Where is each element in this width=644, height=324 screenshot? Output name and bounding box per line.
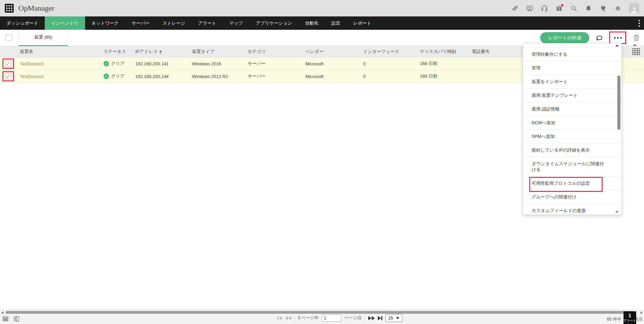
cell-vendor: Microsoft: [302, 74, 360, 79]
column-header-device-type[interactable]: 装置タイプ: [189, 49, 244, 55]
total-count-label: 65 件中: [607, 316, 621, 322]
column-header-ip[interactable]: IPアドレス: [132, 49, 189, 55]
plug-icon[interactable]: [600, 5, 607, 12]
prev-page-button[interactable]: [285, 316, 291, 320]
highlight-box: [2, 71, 14, 81]
menu-item-add-to-spm[interactable]: SPMへ追加: [523, 130, 621, 143]
nav-item-storage[interactable]: ストレージ: [156, 16, 192, 30]
nav-item-dashboard[interactable]: ダッシュボード: [0, 16, 45, 30]
column-header-category[interactable]: カテゴリ: [244, 49, 302, 55]
cell-interfaces: 0: [360, 74, 416, 79]
select-all-checkbox[interactable]: [5, 35, 12, 41]
column-header-device-name[interactable]: 装置名: [16, 49, 100, 55]
scroll-up-caret-icon[interactable]: [633, 44, 636, 46]
search-icon[interactable]: [570, 5, 577, 12]
column-header-ip-label: IPアドレス: [135, 49, 158, 54]
gear-icon[interactable]: [614, 5, 621, 12]
trash-icon[interactable]: [630, 33, 642, 43]
column-header-status[interactable]: ステータス: [100, 49, 132, 55]
device-link[interactable]: TestDevice2: [20, 74, 44, 79]
more-actions-button[interactable]: [609, 31, 626, 44]
tab-devices[interactable]: 装置 (65): [18, 30, 68, 46]
cell-category: サーバー: [244, 73, 302, 79]
menu-item-availability-protocol[interactable]: 可用性監視プロトコルの設定: [523, 177, 621, 190]
page-number-input[interactable]: [322, 314, 341, 322]
presentation-icon[interactable]: [526, 5, 533, 12]
highlight-box: [2, 59, 14, 69]
cell-ip: 192.168.200.141: [132, 61, 189, 66]
nav-item-server[interactable]: サーバー: [125, 16, 156, 30]
nav-item-inventory[interactable]: インベントリ: [45, 16, 85, 30]
export-table-icon[interactable]: [3, 316, 9, 322]
page-size-value: 25: [388, 316, 393, 321]
nav-item-automation[interactable]: 自動化: [299, 16, 325, 30]
nav-item-alert[interactable]: アラート: [192, 16, 223, 30]
alert-badge[interactable]: 1 アラート: [624, 311, 636, 324]
cell-device-type: Windows 2016: [189, 61, 244, 66]
link-loop-icon[interactable]: [593, 33, 605, 43]
row-checkbox[interactable]: [5, 61, 11, 67]
cell-discovery: 168 日前: [416, 73, 468, 79]
pages-prefix-label: 3 ページ中: [298, 315, 319, 321]
cell-interfaces: 0: [360, 61, 416, 66]
main-nav: ダッシュボード インベントリ ネットワーク サーバー ストレージ アラート マッ…: [0, 16, 644, 30]
cell-discovery: 168 日前: [416, 61, 468, 67]
last-page-button[interactable]: [378, 316, 382, 320]
menu-item-show-connected-ip[interactable]: 接続しているIPの詳細を表示: [523, 143, 621, 157]
column-header-interfaces[interactable]: インターフェース: [360, 49, 416, 55]
cell-vendor: Microsoft: [302, 61, 360, 66]
menu-item-manage[interactable]: 管理: [523, 61, 621, 75]
device-link[interactable]: TestDevice1: [20, 61, 44, 66]
menu-item-add-to-ncm[interactable]: NCMへ追加: [523, 116, 621, 130]
menu-scrolled-area: [523, 43, 621, 48]
nav-item-network[interactable]: ネットワーク: [85, 16, 125, 30]
hscroll-left-arrow-icon[interactable]: [1, 311, 3, 314]
create-report-button[interactable]: レポートの作成: [540, 32, 589, 43]
column-header-discovery-time[interactable]: ディスカバリ時刻: [416, 49, 468, 55]
alert-count: 1: [624, 311, 636, 319]
gift-icon[interactable]: [556, 5, 563, 12]
apps-grid-icon[interactable]: [5, 4, 14, 13]
menu-item-apply-device-template[interactable]: 適用 装置テンプレート: [523, 89, 621, 102]
user-avatar[interactable]: [629, 3, 639, 13]
pages-suffix-label: ページ目: [344, 315, 362, 321]
nav-item-application[interactable]: アプリケーション: [249, 16, 299, 30]
chevron-down-icon: [396, 317, 399, 319]
first-page-button[interactable]: [277, 316, 282, 320]
column-chooser-icon[interactable]: [632, 48, 640, 56]
menu-scroll-up-icon[interactable]: [615, 44, 619, 47]
app-title: OpManager: [18, 4, 54, 13]
notification-dot: [561, 4, 563, 7]
cell-category: サーバー: [244, 61, 302, 67]
menu-item-update-custom-fields[interactable]: カスタムフィールドの更新: [523, 204, 621, 218]
pagination: 3 ページ中 ページ目 25: [277, 314, 402, 322]
horizontal-scrollbar-thumb[interactable]: [5, 311, 633, 314]
status-label: クリア: [111, 73, 125, 79]
export-excel-icon[interactable]: [14, 316, 20, 322]
sort-icon[interactable]: [159, 50, 162, 54]
bell-icon[interactable]: [585, 5, 592, 12]
nav-overflow-kebab-icon[interactable]: [634, 16, 644, 30]
nav-item-settings[interactable]: 設定: [325, 16, 347, 30]
menu-item-downtime-schedule[interactable]: ダウンタイムスケジュールに関連付ける: [523, 157, 621, 177]
status-clear-icon: [104, 61, 109, 66]
menu-item-apply-credentials[interactable]: 適用 認証情報: [523, 102, 621, 116]
bottom-bar: 3 ページ中 ページ目 25 65 件中 1 アラート 表示: [0, 310, 644, 324]
menu-item-associate-group[interactable]: グループへの関連付け: [523, 190, 621, 204]
column-header-vendor[interactable]: ベンダー: [302, 49, 360, 55]
menu-scrollbar-thumb[interactable]: [617, 76, 620, 130]
cell-device-type: Windows 2012 R2: [189, 74, 244, 79]
nav-item-map[interactable]: マップ: [223, 16, 249, 30]
menu-item-import-devices[interactable]: 装置をインポート: [523, 75, 621, 89]
hscroll-right-arrow-icon[interactable]: [641, 311, 643, 314]
next-page-button[interactable]: [368, 316, 375, 320]
menu-item-unmanage[interactable]: 管理対象外にする: [523, 48, 621, 61]
nav-item-report[interactable]: レポート: [347, 16, 378, 30]
rocket-icon[interactable]: [511, 5, 519, 12]
menu-scroll-down-icon[interactable]: [615, 211, 619, 213]
page-size-select[interactable]: 25: [385, 314, 402, 322]
row-checkbox[interactable]: [5, 73, 11, 79]
status-label: クリア: [111, 61, 125, 67]
top-bar: OpManager: [0, 0, 644, 16]
headset-icon[interactable]: [541, 5, 548, 12]
